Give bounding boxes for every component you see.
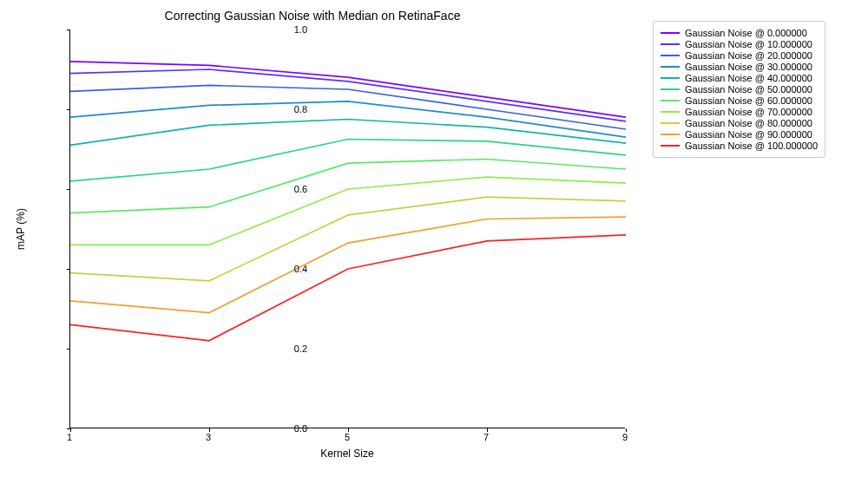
xtick-label: 5	[345, 432, 350, 442]
legend-swatch	[661, 66, 680, 68]
ytick-mark	[67, 269, 70, 270]
legend-swatch	[661, 100, 680, 101]
series-line	[70, 120, 626, 146]
ytick-label: 0.4	[294, 264, 307, 274]
series-line	[70, 235, 626, 341]
legend-item: Gaussian Noise @ 70.000000	[661, 107, 818, 117]
ytick-mark	[67, 349, 70, 350]
legend-swatch	[661, 55, 680, 56]
legend-label: Gaussian Noise @ 10.000000	[685, 39, 812, 49]
legend-label: Gaussian Noise @ 70.000000	[685, 107, 812, 117]
ytick-mark	[67, 189, 70, 190]
xtick-label: 9	[622, 432, 628, 442]
chart-container: Correcting Gaussian Noise with Median on…	[0, 0, 868, 477]
xtick-label: 7	[483, 432, 489, 442]
series-line	[70, 217, 626, 312]
legend-label: Gaussian Noise @ 50.000000	[685, 84, 812, 95]
legend-label: Gaussian Noise @ 20.000000	[685, 50, 812, 61]
legend-swatch	[661, 145, 680, 147]
legend-item: Gaussian Noise @ 0.000000	[661, 28, 818, 38]
xtick-label: 3	[206, 432, 211, 442]
plot-area	[69, 29, 625, 428]
plot-svg	[70, 29, 626, 428]
chart-title: Correcting Gaussian Noise with Median on…	[0, 9, 625, 23]
legend-swatch	[661, 32, 680, 34]
legend-label: Gaussian Noise @ 80.000000	[685, 118, 812, 128]
ytick-label: 0.6	[294, 184, 307, 194]
legend-label: Gaussian Noise @ 30.000000	[685, 62, 812, 72]
legend-swatch	[661, 111, 680, 113]
ytick-label: 0.2	[294, 343, 307, 354]
ytick-label: 0.0	[294, 423, 307, 434]
legend-label: Gaussian Noise @ 40.000000	[685, 73, 812, 83]
ytick-mark	[67, 29, 70, 30]
series-line	[70, 160, 626, 213]
legend-item: Gaussian Noise @ 40.000000	[661, 73, 818, 83]
ytick-label: 0.8	[294, 104, 307, 114]
legend-item: Gaussian Noise @ 20.000000	[661, 50, 818, 61]
legend-item: Gaussian Noise @ 80.000000	[661, 118, 818, 128]
legend-swatch	[661, 88, 680, 90]
legend-item: Gaussian Noise @ 60.000000	[661, 95, 818, 106]
legend-item: Gaussian Noise @ 90.000000	[661, 129, 818, 140]
y-axis-label: mAP (%)	[15, 208, 27, 250]
legend-item: Gaussian Noise @ 10.000000	[661, 39, 818, 49]
x-axis-label: Kernel Size	[69, 448, 625, 460]
legend-label: Gaussian Noise @ 0.000000	[685, 28, 807, 38]
ytick-mark	[67, 109, 70, 110]
legend-item: Gaussian Noise @ 30.000000	[661, 62, 818, 72]
legend: Gaussian Noise @ 0.000000Gaussian Noise …	[653, 21, 825, 158]
series-line	[70, 85, 626, 129]
series-line	[70, 177, 626, 245]
legend-swatch	[661, 134, 680, 135]
legend-swatch	[661, 77, 680, 79]
legend-swatch	[661, 43, 680, 45]
legend-item: Gaussian Noise @ 50.000000	[661, 84, 818, 95]
legend-swatch	[661, 122, 680, 124]
ytick-label: 1.0	[294, 24, 307, 35]
series-line	[70, 140, 626, 181]
legend-label: Gaussian Noise @ 90.000000	[685, 129, 812, 140]
legend-label: Gaussian Noise @ 100.000000	[685, 140, 818, 151]
legend-label: Gaussian Noise @ 60.000000	[685, 95, 812, 106]
xtick-label: 1	[67, 432, 72, 442]
legend-item: Gaussian Noise @ 100.000000	[661, 140, 818, 151]
